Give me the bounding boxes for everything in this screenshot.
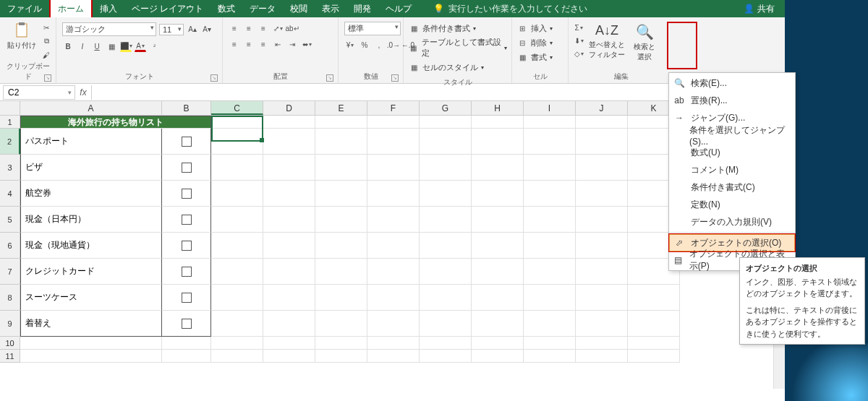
cell[interactable] [263, 207, 315, 233]
copy-button[interactable]: ⧉ [41, 35, 52, 47]
cell[interactable] [263, 259, 315, 285]
item-cell[interactable]: クレジットカード [20, 259, 162, 285]
percent-button[interactable]: % [359, 39, 370, 51]
cell[interactable] [315, 116, 367, 129]
fill-button[interactable]: ⬇ [573, 35, 584, 46]
tab-help[interactable]: ヘルプ [378, 0, 419, 17]
checkbox[interactable] [182, 163, 192, 173]
font-color-button[interactable]: A [135, 40, 146, 52]
row-header-5[interactable]: 5 [0, 207, 20, 233]
tell-me-search[interactable]: 💡 実行したい作業を入力してください [433, 3, 587, 15]
format-as-table-button[interactable]: ▦テーブルとして書式設定▾ [408, 37, 507, 59]
border-button[interactable]: ▦ [106, 40, 117, 52]
cell[interactable] [315, 311, 367, 337]
col-header-E[interactable]: E [315, 101, 367, 115]
tab-developer[interactable]: 開発 [346, 0, 378, 17]
font-launcher[interactable]: ↘ [210, 74, 218, 82]
col-header-D[interactable]: D [263, 101, 315, 115]
cell[interactable] [472, 311, 524, 337]
checkbox[interactable] [182, 137, 192, 147]
cell[interactable] [576, 116, 628, 129]
cell[interactable] [576, 285, 628, 311]
item-cell[interactable]: スーツケース [20, 285, 162, 311]
row-header-6[interactable]: 6 [0, 233, 20, 259]
menu-validation[interactable]: データの入力規則(V) [669, 213, 795, 230]
number-launcher[interactable]: ↘ [391, 74, 399, 82]
cell[interactable] [162, 233, 211, 259]
cell[interactable] [628, 350, 680, 363]
cell[interactable] [162, 285, 211, 311]
tab-review[interactable]: 校閲 [283, 0, 315, 17]
bold-button[interactable]: B [62, 40, 74, 52]
cell[interactable] [472, 116, 524, 129]
cell[interactable] [315, 350, 367, 363]
cell[interactable] [211, 207, 263, 233]
cell[interactable] [367, 155, 420, 181]
cell[interactable] [472, 155, 524, 181]
row-header-9[interactable]: 9 [0, 311, 20, 337]
tab-page-layout[interactable]: ページ レイアウト [124, 0, 210, 17]
row-header-4[interactable]: 4 [0, 181, 20, 207]
menu-cond-format[interactable]: 条件付き書式(C) [669, 178, 795, 196]
col-header-J[interactable]: J [576, 101, 628, 115]
checkbox[interactable] [182, 319, 192, 329]
tab-view[interactable]: 表示 [315, 0, 346, 17]
cell[interactable] [211, 337, 263, 350]
row-header-3[interactable]: 3 [0, 155, 20, 181]
cell[interactable] [263, 285, 315, 311]
conditional-format-button[interactable]: ▦条件付き書式▾ [408, 22, 476, 34]
cell[interactable] [315, 285, 367, 311]
cell[interactable] [628, 311, 680, 337]
cell[interactable] [263, 181, 315, 207]
cell[interactable] [263, 155, 315, 181]
select-all-corner[interactable] [0, 101, 20, 115]
item-cell[interactable]: 現金（日本円） [20, 207, 162, 233]
cell[interactable] [263, 116, 315, 129]
cell[interactable] [162, 129, 211, 155]
menu-comments[interactable]: コメント(M) [669, 161, 795, 178]
align-bottom-button[interactable]: ≡ [258, 22, 269, 34]
cell[interactable] [162, 350, 211, 363]
cell[interactable] [524, 233, 576, 259]
cell[interactable] [367, 285, 420, 311]
cell[interactable] [162, 155, 211, 181]
cell[interactable] [524, 337, 576, 350]
underline-button[interactable]: U [91, 40, 103, 52]
cell[interactable] [472, 285, 524, 311]
align-top-button[interactable]: ≡ [229, 22, 240, 34]
cell[interactable] [420, 129, 472, 155]
cell[interactable] [420, 155, 472, 181]
delete-cells-button[interactable]: ⊟削除▾ [516, 37, 553, 48]
cell[interactable] [211, 259, 263, 285]
cell[interactable] [211, 285, 263, 311]
item-cell[interactable]: 航空券 [20, 181, 162, 207]
decrease-indent-button[interactable]: ⇤ [272, 38, 284, 50]
cell[interactable] [315, 337, 367, 350]
cell[interactable] [162, 181, 211, 207]
cell[interactable] [524, 350, 576, 363]
cell[interactable] [472, 337, 524, 350]
cell[interactable] [162, 259, 211, 285]
cell[interactable] [211, 311, 263, 337]
name-box[interactable]: C2 [3, 85, 75, 100]
checkbox[interactable] [182, 293, 192, 303]
menu-goto-special[interactable]: 条件を選択してジャンプ(S)... [669, 126, 795, 144]
cell[interactable] [367, 116, 420, 129]
paste-button[interactable]: 貼り付け [3, 19, 41, 53]
cell[interactable] [472, 181, 524, 207]
cell[interactable] [315, 155, 367, 181]
cell[interactable] [420, 116, 472, 129]
cell[interactable] [576, 129, 628, 155]
cell[interactable] [524, 207, 576, 233]
share-button[interactable]: 👤 共有 [733, 3, 785, 15]
checkbox[interactable] [182, 267, 192, 277]
font-name-select[interactable]: 游ゴシック [62, 22, 156, 36]
cut-button[interactable]: ✂ [41, 22, 52, 33]
cell[interactable] [263, 233, 315, 259]
cell[interactable] [524, 116, 576, 129]
item-cell[interactable]: パスポート [20, 129, 162, 155]
number-format-select[interactable]: 標準 [344, 22, 401, 35]
item-cell[interactable]: 現金（現地通貨） [20, 233, 162, 259]
format-cells-button[interactable]: ▦書式▾ [516, 51, 553, 63]
cell[interactable] [315, 233, 367, 259]
